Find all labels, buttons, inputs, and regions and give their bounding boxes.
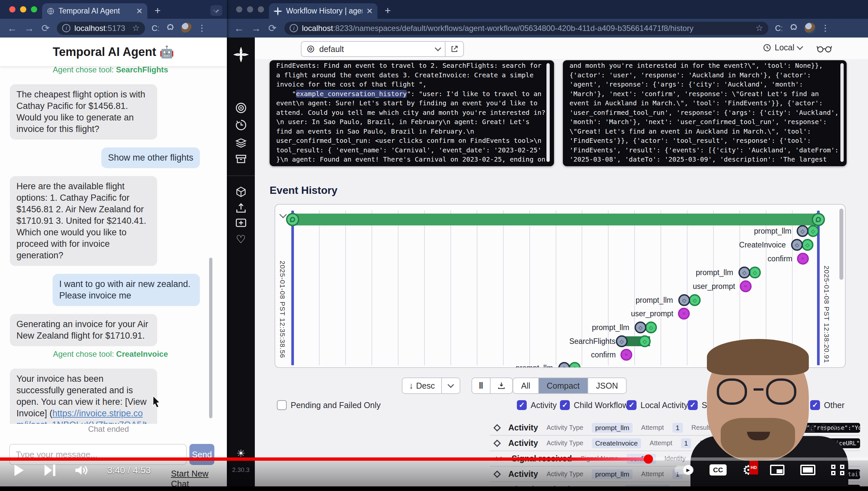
video-progress-bar[interactable]	[0, 457, 868, 461]
close-tab-icon[interactable]: ✕	[366, 7, 373, 16]
table-row[interactable]: ActivityActivity Typeprompt_llmAttempt1R…	[490, 420, 860, 436]
workflow-start-badge[interactable]	[286, 213, 299, 226]
event-id-link[interactable]: 106	[802, 423, 815, 432]
site-info-icon[interactable]: i	[62, 24, 70, 32]
activity-completed-marker[interactable]: ◇	[645, 321, 657, 334]
bookmark-star-icon[interactable]: ☆	[755, 23, 763, 33]
extensions-puzzle-icon[interactable]	[789, 24, 798, 33]
filter-local-activity[interactable]: ✓Local Activity	[627, 400, 688, 410]
filter-child-workflow[interactable]: ✓Child Workflow	[560, 400, 628, 410]
checkbox-checked[interactable]: ✓	[688, 400, 698, 410]
filter-activity[interactable]: ✓Activity	[517, 400, 557, 410]
filter-timer[interactable]: ✓Timer	[726, 400, 761, 410]
address-field[interactable]: i localhost:5173 ☆	[57, 22, 145, 35]
extensions-puzzle-icon[interactable]	[166, 24, 175, 33]
settings-gear-button[interactable]: ⚙HD	[742, 463, 754, 476]
pause-updates-button[interactable]: ‖	[472, 378, 490, 393]
temporal-logo-icon[interactable]	[234, 47, 249, 62]
address-field[interactable]: i localhost:8233/namespaces/default/work…	[284, 22, 768, 35]
table-row[interactable]: Signal receivedSignal Nameuser_promptInp…	[490, 482, 860, 486]
theater-mode-button[interactable]	[800, 465, 815, 475]
volume-button[interactable]	[74, 463, 89, 477]
event-id-link[interactable]: 105	[784, 423, 797, 432]
reload-icon[interactable]: ⟳	[41, 22, 50, 34]
checkbox-checked[interactable]: ✓	[560, 400, 570, 410]
bookmark-star-icon[interactable]: ☆	[132, 23, 140, 33]
close-window-button[interactable]	[9, 6, 16, 12]
signal-marker[interactable]: ≈	[678, 308, 690, 320]
forward-icon[interactable]: →	[24, 23, 34, 34]
profile-avatar[interactable]	[805, 23, 816, 34]
captions-button[interactable]: CC	[710, 464, 726, 475]
chat-scrollbar-thumb[interactable]	[209, 258, 212, 418]
open-namespace-button[interactable]	[445, 41, 464, 57]
activity-completed-marker[interactable]: ◇	[807, 225, 819, 237]
import-export-icon[interactable]	[235, 202, 247, 214]
workflow-execution-bar[interactable]	[292, 213, 818, 225]
new-tab-button[interactable]: +	[385, 5, 391, 17]
next-button[interactable]	[43, 463, 56, 477]
timezone-select[interactable]: Local	[763, 43, 802, 52]
activity-completed-marker[interactable]: ◇	[569, 362, 581, 368]
namespaces-layers-icon[interactable]	[235, 136, 247, 149]
extension-c-icon[interactable]: Cː	[775, 24, 783, 33]
activity-scheduled-marker[interactable]: ◇	[739, 266, 750, 279]
zoom-window-button[interactable]	[258, 6, 264, 12]
checkbox-checked[interactable]: ✓	[726, 400, 736, 410]
feedback-glasses-icon[interactable]	[817, 44, 832, 53]
activity-scheduled-marker[interactable]: ◇	[616, 335, 628, 347]
activity-completed-marker[interactable]: ◇	[639, 335, 651, 347]
schedules-clock-icon[interactable]	[235, 119, 247, 131]
start-new-chat-link[interactable]: Start New Chat	[171, 469, 227, 486]
activity-scheduled-marker[interactable]: ◇	[558, 362, 570, 368]
extension-c-icon[interactable]: Cː	[152, 24, 159, 33]
signal-marker[interactable]: ≈	[740, 280, 752, 292]
event-id-link[interactable]: 100	[802, 439, 815, 448]
pending-failed-filter[interactable]: Pending and Failed Only	[277, 400, 381, 410]
workflow-end-badge[interactable]	[812, 213, 825, 226]
checkbox-checked[interactable]: ✓	[517, 400, 527, 410]
autoplay-toggle[interactable]: ▶	[675, 466, 694, 474]
new-tab-button[interactable]: +	[155, 5, 161, 17]
tab-search-chevron[interactable]: ᨆ	[210, 5, 222, 16]
reload-icon[interactable]: ⟳	[268, 22, 277, 34]
zoom-window-button[interactable]	[31, 6, 37, 12]
signal-marker[interactable]: ≈	[620, 349, 632, 361]
activity-scheduled-marker[interactable]: ◇	[797, 225, 808, 237]
play-button[interactable]	[13, 463, 25, 477]
event-id-link[interactable]: 99	[788, 439, 797, 448]
view-option-json[interactable]: JSON	[588, 378, 626, 393]
archive-icon[interactable]	[235, 153, 247, 165]
activity-completed-marker[interactable]: ◇	[749, 266, 761, 279]
traffic-lights[interactable]	[9, 6, 37, 12]
checkbox-unchecked[interactable]	[277, 400, 287, 410]
workflow-input-json-panel[interactable]: FindEvents: Find an event to travel to 2…	[270, 60, 554, 166]
profile-avatar[interactable]	[181, 23, 192, 34]
code-scrollbar-thumb[interactable]	[840, 63, 844, 162]
filter-signal[interactable]: ✓Signal	[688, 400, 725, 410]
back-icon[interactable]: ←	[7, 23, 17, 34]
message-input[interactable]: Type your message...	[9, 444, 187, 465]
labs-cube-icon[interactable]	[235, 185, 247, 198]
feedback-icon[interactable]	[235, 216, 247, 229]
checkbox-checked[interactable]: ✓	[627, 400, 637, 410]
conversation-history-json-panel[interactable]: and month you're interested in for the e…	[563, 60, 847, 166]
collapse-timeline-chevron-icon[interactable]	[279, 211, 287, 219]
browser-menu-icon[interactable]: ⋮	[821, 23, 830, 33]
invoice-link[interactable]: https://invoice.stripe.com/i/acct_1NBOLu…	[17, 408, 150, 424]
namespace-select[interactable]: default	[301, 41, 445, 57]
signal-marker[interactable]: ≈	[797, 253, 809, 265]
activity-completed-marker[interactable]: ◇	[802, 239, 813, 251]
view-option-all[interactable]: All	[513, 378, 538, 393]
minimize-window-button[interactable]	[247, 6, 253, 12]
timeline-scrollbar-thumb[interactable]	[839, 209, 843, 280]
workflows-eye-icon[interactable]	[235, 102, 247, 114]
progress-playhead[interactable]	[644, 455, 653, 464]
minimize-window-button[interactable]	[20, 6, 26, 12]
activity-completed-marker[interactable]: ◇	[689, 294, 701, 306]
sort-desc-button[interactable]: ↓Desc	[402, 378, 441, 393]
close-window-button[interactable]	[236, 6, 242, 12]
sort-options-chevron[interactable]	[441, 378, 460, 393]
filter-other[interactable]: ✓Other	[810, 400, 845, 410]
table-row[interactable]: ActivityActivity TypeCreateInvoiceAttemp…	[490, 436, 860, 451]
